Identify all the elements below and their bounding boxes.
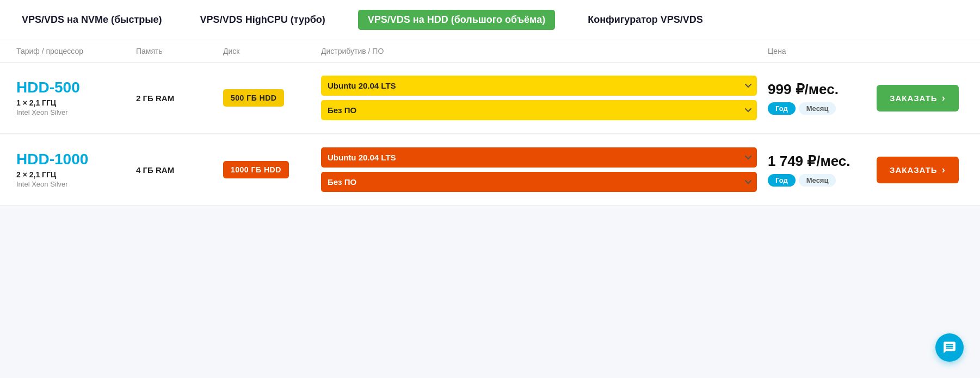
os-select-hdd1000[interactable]: Ubuntu 20.04 LTS Ubuntu 22.04 LTS Debian… — [321, 147, 757, 168]
col-header-price: Цена — [768, 47, 877, 55]
billing-toggle-hdd500: Год Месяц — [768, 102, 877, 115]
plan-name-hdd1000: HDD-1000 — [16, 151, 136, 168]
software-select-hdd1000[interactable]: Без ПО cPanel Plesk ISPmanager — [321, 172, 757, 192]
tab-hdd[interactable]: VPS/VDS на HDD (большого объёма) — [358, 10, 555, 30]
disk-badge-hdd500: 500 ГБ HDD — [223, 89, 284, 107]
distrib-col-hdd1000: Ubuntu 20.04 LTS Ubuntu 22.04 LTS Debian… — [321, 147, 768, 192]
plan-info-hdd1000: HDD-1000 2 × 2,1 ГГЦ Intel Xeon Silver — [16, 151, 136, 188]
table-header: Тариф / процессор Память Диск Дистрибути… — [0, 40, 980, 63]
col-header-plan: Тариф / процессор — [16, 47, 136, 55]
order-col-hdd500: ЗАКАЗАТЬ › — [877, 85, 964, 111]
plan-disk-hdd1000: 1000 ГБ HDD — [223, 161, 321, 178]
nav-tabs: VPS/VDS на NVMe (быстрые) VPS/VDS HighCP… — [0, 0, 980, 40]
billing-year-hdd500[interactable]: Год — [768, 102, 796, 115]
plan-info-hdd500: HDD-500 1 × 2,1 ГГЦ Intel Xeon Silver — [16, 79, 136, 116]
col-header-order — [877, 47, 964, 55]
plan-memory-hdd500: 2 ГБ RAM — [136, 94, 223, 103]
billing-toggle-hdd1000: Год Месяц — [768, 174, 877, 187]
plan-cpu-model-hdd1000: Intel Xeon Silver — [16, 180, 136, 188]
plans-list: HDD-500 1 × 2,1 ГГЦ Intel Xeon Silver 2 … — [0, 63, 980, 206]
tab-configurator[interactable]: Конфигуратор VPS/VDS — [582, 11, 708, 29]
order-label-hdd1000: ЗАКАЗАТЬ — [890, 165, 938, 175]
plan-name-hdd500: HDD-500 — [16, 79, 136, 96]
plan-row-hdd1000: HDD-1000 2 × 2,1 ГГЦ Intel Xeon Silver 4… — [0, 134, 980, 206]
billing-year-hdd1000[interactable]: Год — [768, 174, 796, 187]
distrib-col-hdd500: Ubuntu 20.04 LTS Ubuntu 22.04 LTS Debian… — [321, 76, 768, 120]
col-header-distrib: Дистрибутив / ПО — [321, 47, 768, 55]
plan-cpu-hdd500: 1 × 2,1 ГГЦ — [16, 98, 136, 107]
price-amount-hdd1000: 1 749 ₽/мес. — [768, 153, 877, 170]
tab-nvme[interactable]: VPS/VDS на NVMe (быстрые) — [16, 11, 168, 29]
disk-badge-hdd1000: 1000 ГБ HDD — [223, 161, 289, 178]
chat-icon — [942, 340, 957, 355]
os-select-hdd500[interactable]: Ubuntu 20.04 LTS Ubuntu 22.04 LTS Debian… — [321, 76, 757, 96]
plan-row-hdd500: HDD-500 1 × 2,1 ГГЦ Intel Xeon Silver 2 … — [0, 63, 980, 134]
order-btn-hdd1000[interactable]: ЗАКАЗАТЬ › — [877, 157, 959, 183]
software-select-hdd500[interactable]: Без ПО cPanel Plesk ISPmanager — [321, 100, 757, 120]
price-col-hdd500: 999 ₽/мес. Год Месяц — [768, 81, 877, 115]
billing-month-hdd500[interactable]: Месяц — [799, 102, 836, 115]
tab-highcpu[interactable]: VPS/VDS HighCPU (турбо) — [195, 11, 331, 29]
plan-cpu-model-hdd500: Intel Xeon Silver — [16, 108, 136, 116]
order-label-hdd500: ЗАКАЗАТЬ — [890, 94, 938, 103]
order-col-hdd1000: ЗАКАЗАТЬ › — [877, 157, 964, 183]
billing-month-hdd1000[interactable]: Месяц — [799, 174, 836, 187]
price-amount-hdd500: 999 ₽/мес. — [768, 81, 877, 98]
order-arrow-hdd500: › — [942, 92, 946, 104]
plan-cpu-hdd1000: 2 × 2,1 ГГЦ — [16, 170, 136, 179]
chat-button[interactable] — [935, 333, 964, 362]
plan-disk-hdd500: 500 ГБ HDD — [223, 89, 321, 107]
col-header-disk: Диск — [223, 47, 321, 55]
col-header-memory: Память — [136, 47, 223, 55]
order-arrow-hdd1000: › — [942, 164, 946, 176]
order-btn-hdd500[interactable]: ЗАКАЗАТЬ › — [877, 85, 959, 111]
plan-memory-hdd1000: 4 ГБ RAM — [136, 165, 223, 175]
price-col-hdd1000: 1 749 ₽/мес. Год Месяц — [768, 153, 877, 187]
